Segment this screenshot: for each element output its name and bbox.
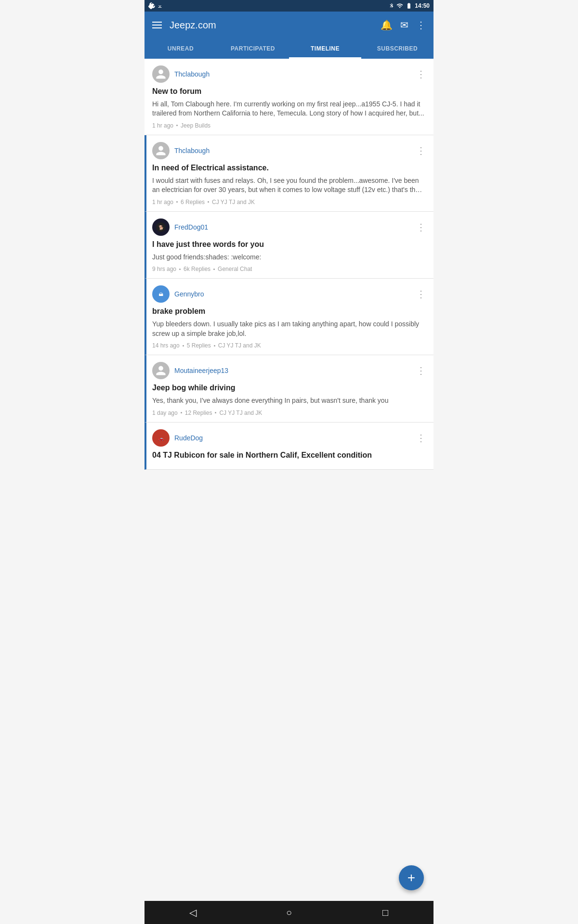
- post-title: brake problem: [152, 307, 426, 317]
- post-meta: 14 hrs ago 5 Replies CJ YJ TJ and JK: [152, 342, 426, 349]
- post-more-icon[interactable]: ⋮: [416, 146, 426, 155]
- post-preview: I would start with fuses and relays. Oh,…: [152, 176, 426, 195]
- tab-participated[interactable]: PARTICIPATED: [217, 38, 289, 59]
- post-meta: 1 hr ago 6 Replies CJ YJ TJ and JK: [152, 199, 426, 205]
- post-category: CJ YJ TJ and JK: [219, 410, 262, 416]
- post-replies: 12 Replies: [185, 410, 212, 416]
- battery-icon: [405, 2, 413, 9]
- post-time: 1 day ago: [152, 410, 178, 416]
- post-title: I have just three words for you: [152, 240, 426, 250]
- post-more-icon[interactable]: ⋮: [416, 289, 426, 299]
- post-feed: Thclabough ⋮ New to forum Hi all, Tom Cl…: [144, 59, 434, 470]
- post-preview: Yes, thank you, I've always done everyth…: [152, 396, 426, 406]
- avatar: 🚗: [152, 429, 170, 447]
- post-category: Jeep Builds: [181, 122, 210, 129]
- post-preview: Yup bleeders down. I usually take pics a…: [152, 320, 426, 338]
- post-more-icon[interactable]: ⋮: [416, 69, 426, 79]
- menu-button[interactable]: [152, 22, 162, 28]
- post-meta: 1 hr ago Jeep Builds: [152, 122, 426, 129]
- post-header: 🚗 RudeDog ⋮: [152, 429, 426, 447]
- tab-timeline[interactable]: TIMELINE: [289, 38, 361, 59]
- wifi-icon: [396, 2, 403, 9]
- post-item[interactable]: Thclabough ⋮ New to forum Hi all, Tom Cl…: [144, 59, 434, 135]
- tab-subscribed[interactable]: SUBSCRIBED: [361, 38, 434, 59]
- post-time: 1 hr ago: [152, 199, 173, 205]
- post-replies: 6 Replies: [181, 199, 205, 205]
- post-replies: 6k Replies: [184, 266, 210, 272]
- avatar: 🐕: [152, 218, 170, 236]
- username[interactable]: Moutaineerjeep13: [174, 367, 228, 374]
- post-title: In need of Electrical assistance.: [152, 163, 426, 173]
- post-category: CJ YJ TJ and JK: [218, 342, 261, 349]
- post-header: Moutaineerjeep13 ⋮: [152, 362, 426, 379]
- post-time: 14 hrs ago: [152, 342, 180, 349]
- post-item[interactable]: 🐕 FredDog01 ⋮ I have just three words fo…: [144, 212, 434, 279]
- post-more-icon[interactable]: ⋮: [416, 366, 426, 375]
- svg-text:🏔: 🏔: [159, 292, 163, 297]
- app-title: Jeepz.com: [170, 20, 216, 31]
- tab-unread[interactable]: UNREAD: [144, 38, 217, 59]
- post-header: 🏔 Gennybro ⋮: [152, 285, 426, 303]
- avatar: [152, 65, 170, 83]
- post-meta: 9 hrs ago 6k Replies General Chat: [152, 266, 426, 272]
- username[interactable]: RudeDog: [174, 434, 203, 442]
- post-more-icon[interactable]: ⋮: [416, 433, 426, 443]
- post-item[interactable]: 🚗 RudeDog ⋮ 04 TJ Rubicon for sale in No…: [144, 423, 434, 470]
- svg-text:🚗: 🚗: [158, 436, 164, 441]
- post-category: General Chat: [218, 266, 252, 272]
- username[interactable]: Thclabough: [174, 70, 210, 78]
- notification-icon[interactable]: 🔔: [381, 19, 393, 31]
- message-icon[interactable]: ✉: [400, 19, 408, 31]
- time-display: 14:50: [415, 2, 430, 9]
- post-time: 1 hr ago: [152, 122, 173, 129]
- app-bar-left: Jeepz.com: [152, 20, 216, 31]
- status-bar-left-icons: [148, 2, 163, 9]
- username[interactable]: Thclabough: [174, 147, 210, 154]
- post-preview: Hi all, Tom Clabough here. I'm currently…: [152, 100, 426, 118]
- username[interactable]: FredDog01: [174, 223, 208, 231]
- post-header: Thclabough ⋮: [152, 65, 426, 83]
- status-bar-right-icons: 14:50: [389, 2, 430, 9]
- avatar: [152, 362, 170, 379]
- post-more-icon[interactable]: ⋮: [416, 222, 426, 232]
- bluetooth-icon: [389, 2, 394, 9]
- post-preview: Just good friends:shades: :welcome:: [152, 253, 426, 262]
- post-item[interactable]: Moutaineerjeep13 ⋮ Jeep bog while drivin…: [144, 355, 434, 422]
- username[interactable]: Gennybro: [174, 290, 204, 298]
- download-icon: [157, 2, 163, 9]
- post-title: 04 TJ Rubicon for sale in Northern Calif…: [152, 450, 426, 461]
- avatar: 🏔: [152, 285, 170, 303]
- post-item[interactable]: Thclabough ⋮ In need of Electrical assis…: [144, 135, 434, 212]
- app-bar: Jeepz.com 🔔 ✉ ⋮: [144, 12, 434, 38]
- post-header: 🐕 FredDog01 ⋮: [152, 218, 426, 236]
- avatar: [152, 142, 170, 159]
- app-bar-right: 🔔 ✉ ⋮: [381, 19, 426, 31]
- post-replies: 5 Replies: [187, 342, 211, 349]
- overflow-menu-icon[interactable]: ⋮: [416, 19, 426, 31]
- post-time: 9 hrs ago: [152, 266, 176, 272]
- post-category: CJ YJ TJ and JK: [212, 199, 255, 205]
- post-item[interactable]: 🏔 Gennybro ⋮ brake problem Yup bleeders …: [144, 279, 434, 355]
- tool-icon: [148, 2, 155, 9]
- post-header: Thclabough ⋮: [152, 142, 426, 159]
- post-title: New to forum: [152, 87, 426, 97]
- post-meta: 1 day ago 12 Replies CJ YJ TJ and JK: [152, 410, 426, 416]
- tab-bar: UNREAD PARTICIPATED TIMELINE SUBSCRIBED: [144, 38, 434, 59]
- post-title: Jeep bog while driving: [152, 383, 426, 393]
- status-bar: 14:50: [144, 0, 434, 12]
- svg-text:🐕: 🐕: [158, 225, 164, 231]
